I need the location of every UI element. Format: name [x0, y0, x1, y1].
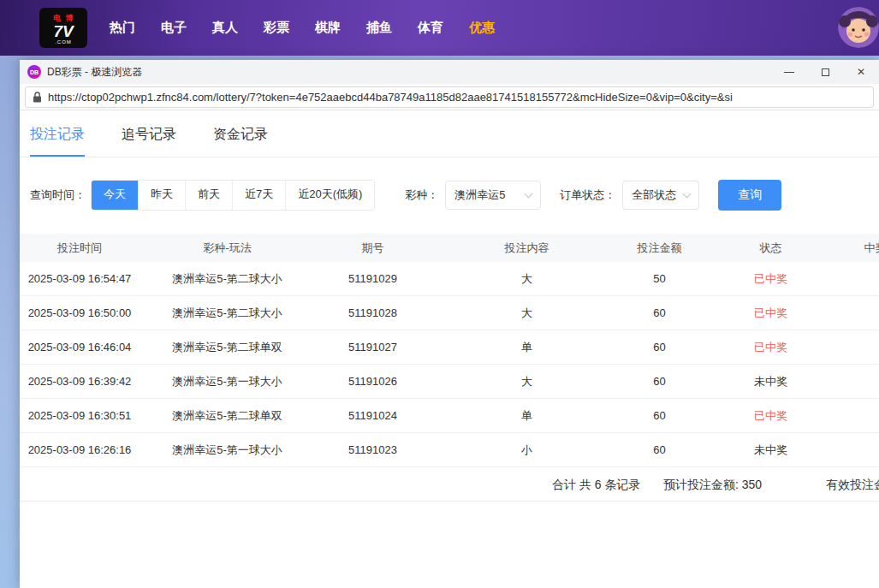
- header-status: 状态: [696, 241, 846, 256]
- user-avatar[interactable]: [838, 7, 879, 48]
- cell-status: 已中奖: [696, 408, 846, 424]
- nav-item-live[interactable]: 真人: [212, 20, 238, 36]
- time-range-group: 今天 昨天 前天 近7天 近20天(低频): [91, 180, 375, 211]
- cell-status: 未中奖: [696, 442, 846, 458]
- cell-prize: 1: [846, 409, 879, 422]
- nav-item-fishing[interactable]: 捕鱼: [366, 20, 392, 36]
- time-option-today[interactable]: 今天: [92, 181, 139, 210]
- order-status-value: 全部状态: [632, 187, 676, 203]
- nav-item-sports[interactable]: 体育: [418, 20, 443, 36]
- cell-issue: 51191028: [315, 306, 431, 319]
- nav-item-cards[interactable]: 棋牌: [315, 20, 341, 36]
- cell-issue: 51191024: [315, 409, 431, 422]
- url-text: https://ctop02pchwp1.zfnc84.com/lottery/…: [48, 91, 733, 104]
- cell-game: 澳洲幸运5-第二球大小: [140, 271, 315, 287]
- header-game: 彩种-玩法: [140, 241, 315, 256]
- url-field[interactable]: https://ctop02pchwp1.zfnc84.com/lottery/…: [25, 86, 874, 108]
- cell-content: 大: [431, 306, 623, 321]
- site-logo[interactable]: 电博 7V .COM: [39, 8, 87, 48]
- tab-chase-records[interactable]: 追号记录: [122, 126, 176, 157]
- site-topbar: 电博 7V .COM 热门 电子 真人 彩票 棋牌 捕鱼 体育 优惠: [0, 0, 879, 56]
- cell-bet-time: 2025-03-09 16:39:42: [20, 375, 140, 388]
- header-bet-time: 投注时间: [20, 241, 140, 256]
- maximize-icon[interactable]: [807, 60, 843, 84]
- cell-amount: 60: [623, 341, 696, 353]
- window-title: DB彩票 - 极速浏览器: [47, 65, 142, 80]
- header-issue: 期号: [315, 241, 431, 256]
- table-row: 2025-03-09 16:39:42 澳洲幸运5-第一球大小 51191026…: [20, 365, 879, 399]
- lottery-type-value: 澳洲幸运5: [454, 187, 505, 203]
- window-controls: — ✕: [771, 60, 879, 84]
- nav-item-hot[interactable]: 热门: [110, 20, 135, 36]
- order-status-select[interactable]: 全部状态: [622, 181, 699, 210]
- page-content: 投注记录 追号记录 资金记录 查询时间： 今天 昨天 前天 近7天 近20天(低…: [20, 110, 879, 588]
- table-row: 2025-03-09 16:46:04 澳洲幸运5-第二球单双 51191027…: [20, 330, 879, 365]
- lock-icon: [33, 92, 42, 103]
- table-row: 2025-03-09 16:30:51 澳洲幸运5-第二球单双 51191024…: [20, 399, 879, 433]
- summary-valid-amount: 有效投注金额:: [826, 478, 879, 493]
- avatar-image: [838, 7, 879, 48]
- chevron-down-icon: [525, 189, 533, 198]
- maximize-glyph: [822, 68, 829, 76]
- cell-content: 小: [431, 442, 623, 458]
- record-tabs: 投注记录 追号记录 资金记录: [20, 110, 879, 157]
- header-content: 投注内容: [431, 241, 623, 256]
- search-button[interactable]: 查询: [718, 180, 781, 211]
- time-option-yesterday[interactable]: 昨天: [139, 181, 186, 210]
- cell-game: 澳洲幸运5-第二球单双: [140, 340, 315, 355]
- summary-total-count: 合计 共 6 条记录: [552, 478, 640, 493]
- tab-fund-records[interactable]: 资金记录: [213, 126, 268, 157]
- cell-prize: 9: [846, 272, 879, 285]
- cell-game: 澳洲幸运5-第二球大小: [140, 306, 315, 321]
- order-status-label: 订单状态：: [560, 187, 615, 203]
- nav-item-promo[interactable]: 优惠: [469, 20, 495, 36]
- cell-bet-time: 2025-03-09 16:50:00: [20, 306, 140, 319]
- table-header-row: 投注时间 彩种-玩法 期号 投注内容 投注金额 状态 中奖金额: [20, 234, 879, 262]
- summary-expected-amount: 预计投注金额: 350: [663, 478, 762, 493]
- browser-favicon: DB: [27, 65, 41, 79]
- cell-content: 单: [431, 408, 623, 424]
- nav-item-lottery[interactable]: 彩票: [264, 20, 289, 36]
- cell-status: 已中奖: [696, 271, 846, 287]
- main-nav: 热门 电子 真人 彩票 棋牌 捕鱼 体育 优惠: [110, 20, 495, 36]
- cell-issue: 51191023: [315, 443, 431, 456]
- cell-issue: 51191029: [315, 272, 431, 285]
- logo-text-com: .COM: [55, 39, 72, 45]
- cell-status: 未中奖: [696, 374, 846, 389]
- cell-prize: 1: [846, 306, 879, 319]
- bet-records-table: 投注时间 彩种-玩法 期号 投注内容 投注金额 状态 中奖金额 2025-03-…: [20, 234, 879, 502]
- cell-amount: 50: [623, 272, 696, 285]
- table-summary-row: 合计 共 6 条记录 预计投注金额: 350 有效投注金额:: [20, 467, 879, 502]
- header-prize: 中奖金额: [846, 241, 879, 256]
- close-icon[interactable]: ✕: [843, 60, 879, 84]
- cell-content: 大: [431, 374, 623, 389]
- cell-amount: 60: [623, 409, 696, 422]
- header-amount: 投注金额: [623, 241, 696, 256]
- cell-amount: 60: [623, 306, 696, 319]
- table-row: 2025-03-09 16:54:47 澳洲幸运5-第二球大小 51191029…: [20, 262, 879, 296]
- cell-status: 已中奖: [696, 306, 846, 321]
- cell-issue: 51191027: [315, 341, 431, 353]
- cell-bet-time: 2025-03-09 16:54:47: [20, 272, 140, 285]
- cell-amount: 60: [623, 443, 696, 456]
- cell-bet-time: 2025-03-09 16:26:16: [20, 443, 140, 456]
- lottery-type-select[interactable]: 澳洲幸运5: [445, 181, 541, 210]
- window-titlebar[interactable]: DB DB彩票 - 极速浏览器 — ✕: [20, 60, 879, 84]
- time-option-7days[interactable]: 近7天: [233, 181, 286, 210]
- chevron-down-icon: [683, 189, 692, 198]
- table-row: 2025-03-09 16:26:16 澳洲幸运5-第一球大小 51191023…: [20, 433, 879, 467]
- time-option-daybefore[interactable]: 前天: [186, 181, 233, 210]
- cell-status: 已中奖: [696, 340, 846, 355]
- cell-bet-time: 2025-03-09 16:46:04: [20, 341, 140, 353]
- tab-bet-records[interactable]: 投注记录: [30, 126, 85, 157]
- cell-bet-time: 2025-03-09 16:30:51: [20, 409, 140, 422]
- cell-content: 大: [431, 271, 623, 287]
- browser-window: DB DB彩票 - 极速浏览器 — ✕ https://ctop02pchwp1…: [20, 60, 879, 588]
- nav-item-slots[interactable]: 电子: [161, 20, 187, 36]
- cell-content: 单: [431, 340, 623, 355]
- cell-game: 澳洲幸运5-第二球单双: [140, 408, 315, 424]
- minimize-icon[interactable]: —: [771, 60, 807, 84]
- cell-amount: 60: [623, 375, 696, 388]
- time-option-20days[interactable]: 近20天(低频): [286, 181, 374, 210]
- logo-text-7v: 7V: [53, 24, 73, 39]
